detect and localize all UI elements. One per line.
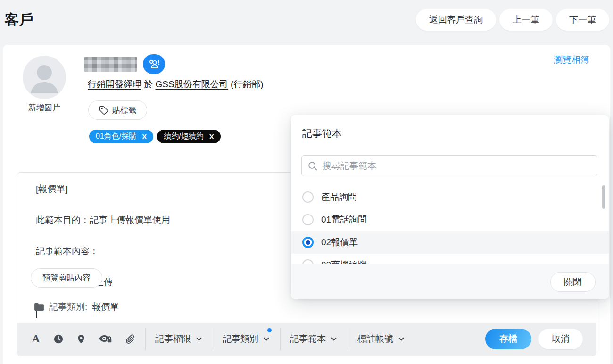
note-permission-dropdown[interactable]: 記事權限 xyxy=(155,333,203,345)
dropdown-label: 記事範本 xyxy=(290,333,326,345)
editor-toolbar: A xyxy=(17,323,596,356)
tag-label: 01角色/採購 xyxy=(96,132,136,141)
next-record-button[interactable]: 下一筆 xyxy=(556,9,609,31)
close-modal-button[interactable]: 關閉 xyxy=(550,272,596,292)
toolbar-divider xyxy=(145,328,146,350)
cancel-button[interactable]: 取消 xyxy=(538,329,583,349)
role-link[interactable]: 行銷開發經理 xyxy=(88,79,141,89)
clock-icon xyxy=(53,334,64,344)
mention-account-dropdown[interactable]: 標註帳號 xyxy=(357,333,406,345)
option-label: 產品詢問 xyxy=(321,191,357,203)
radio-selected-icon[interactable] xyxy=(302,237,314,248)
tag-icon xyxy=(99,106,108,115)
dropdown-label: 標註帳號 xyxy=(357,333,393,345)
template-option-list: 產品詢問 01電話詢問 02報價單 03商機追蹤 xyxy=(291,186,609,264)
search-icon xyxy=(307,161,318,171)
toolbar-divider xyxy=(213,328,213,350)
note-template-dropdown[interactable]: 記事範本 xyxy=(290,333,338,345)
tag-remove-icon[interactable]: X xyxy=(209,132,214,141)
browse-album-link[interactable]: 瀏覽相簿 xyxy=(554,54,589,66)
privacy-button[interactable] xyxy=(98,333,113,345)
tag-role-purchase[interactable]: 01角色/採購 X xyxy=(89,130,153,143)
option-label: 03商機追蹤 xyxy=(321,259,367,264)
template-option-opportunity-tracking[interactable]: 03商機追蹤 xyxy=(291,254,609,264)
preview-clipboard-button[interactable]: 預覽剪貼內容 xyxy=(31,268,102,288)
modal-title: 記事範本 xyxy=(302,127,342,140)
header-actions: 返回客戶查詢 上一筆 下一筆 xyxy=(416,9,609,31)
note-category-dropdown[interactable]: 記事類別 xyxy=(223,333,271,345)
text-format-icon: A xyxy=(32,333,40,345)
tag-label: 續約/短續約 xyxy=(164,132,203,141)
redacted-contact-name xyxy=(84,57,137,72)
template-option-quotation[interactable]: 02報價單 xyxy=(291,231,609,254)
template-option-product-inquiry[interactable]: 產品詢問 xyxy=(291,186,609,208)
text-format-button[interactable]: A xyxy=(30,333,41,345)
dropdown-label: 記事權限 xyxy=(155,333,191,345)
toolbar-actions: 存檔 取消 xyxy=(485,329,583,349)
group-alert-icon xyxy=(148,59,160,69)
conjunction-text: 於 xyxy=(144,79,153,89)
location-button[interactable] xyxy=(75,333,87,345)
template-search-box[interactable] xyxy=(301,155,597,176)
option-label: 02報價單 xyxy=(321,236,358,248)
chevron-down-icon xyxy=(330,335,338,343)
radio-unselected-icon[interactable] xyxy=(302,191,314,203)
toolbar-icons: A xyxy=(30,333,136,345)
attachment-button[interactable] xyxy=(124,333,136,345)
chevron-down-icon xyxy=(195,335,203,343)
tags-row: 01角色/採購 X 續約/短續約 X xyxy=(89,130,221,143)
folder-icon xyxy=(34,303,44,311)
template-option-phone-inquiry[interactable]: 01電話詢問 xyxy=(291,208,609,231)
radio-unselected-icon[interactable] xyxy=(302,259,314,264)
role-company-line: 行銷開發經理 於 GSS股份有限公司 (行銷部) xyxy=(88,78,264,91)
page-title: 客戶 xyxy=(5,10,34,30)
back-to-customer-search-button[interactable]: 返回客戶查詢 xyxy=(416,9,496,31)
company-link[interactable]: GSS股份有限公司 xyxy=(156,79,228,89)
tag-remove-icon[interactable]: X xyxy=(142,132,147,141)
previous-record-button[interactable]: 上一筆 xyxy=(499,9,553,31)
chevron-down-icon xyxy=(262,335,271,343)
note-template-modal: 記事範本 產品詢問 01電話詢問 02報價單 03商機追蹤 關閉 xyxy=(291,115,609,299)
add-tag-button[interactable]: 貼標籤 xyxy=(88,100,147,120)
tag-renewal[interactable]: 續約/短續約 X xyxy=(157,130,220,143)
note-category-line: 記事類別: 報價單 xyxy=(34,301,119,313)
radio-unselected-icon[interactable] xyxy=(302,214,314,225)
chevron-down-icon xyxy=(397,335,406,343)
location-pin-icon xyxy=(76,333,86,345)
toolbar-divider xyxy=(348,328,348,350)
department-text: (行銷部) xyxy=(231,79,264,89)
eye-lock-icon xyxy=(98,333,113,345)
dropdown-label: 記事類別 xyxy=(223,333,258,345)
note-textarea[interactable]: [報價單] 此範本目的：記事上傳報價單使用 記事範本內容： 第_版次報價單上傳 xyxy=(36,181,170,321)
notification-dot xyxy=(267,328,272,332)
time-button[interactable] xyxy=(53,333,64,345)
modal-footer: 關閉 xyxy=(291,264,609,299)
avatar[interactable] xyxy=(23,56,66,99)
add-image-label[interactable]: 新增圖片 xyxy=(23,102,66,113)
modal-scrollbar-thumb[interactable] xyxy=(602,185,605,209)
category-label: 記事類別: xyxy=(49,301,87,313)
contact-alert-badge[interactable] xyxy=(143,54,165,74)
add-tag-label: 貼標籤 xyxy=(112,105,136,116)
template-search-input[interactable] xyxy=(323,161,591,171)
toolbar-divider xyxy=(280,328,281,350)
category-value: 報價單 xyxy=(92,301,119,313)
save-button[interactable]: 存檔 xyxy=(485,329,531,349)
paperclip-icon xyxy=(125,333,135,345)
option-label: 01電話詢問 xyxy=(321,214,367,226)
person-silhouette-icon xyxy=(23,56,66,99)
